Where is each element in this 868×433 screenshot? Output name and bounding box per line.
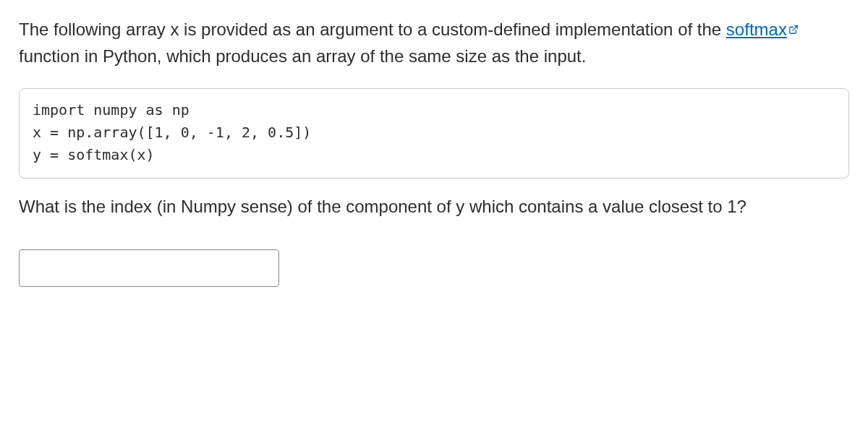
question-text: What is the index (in Numpy sense) of th… — [19, 193, 849, 220]
intro-paragraph: The following array x is provided as an … — [19, 16, 849, 69]
question-container: The following array x is provided as an … — [0, 0, 868, 309]
external-link-icon — [788, 15, 799, 42]
link-text: softmax — [726, 20, 787, 39]
intro-text-post: function in Python, which produces an ar… — [19, 46, 586, 66]
intro-text-pre: The following array x is provided as an … — [19, 20, 726, 39]
svg-line-0 — [793, 26, 797, 30]
answer-input[interactable] — [19, 249, 279, 287]
code-block: import numpy as np x = np.array([1, 0, -… — [19, 88, 849, 179]
softmax-link[interactable]: softmax — [726, 20, 787, 39]
